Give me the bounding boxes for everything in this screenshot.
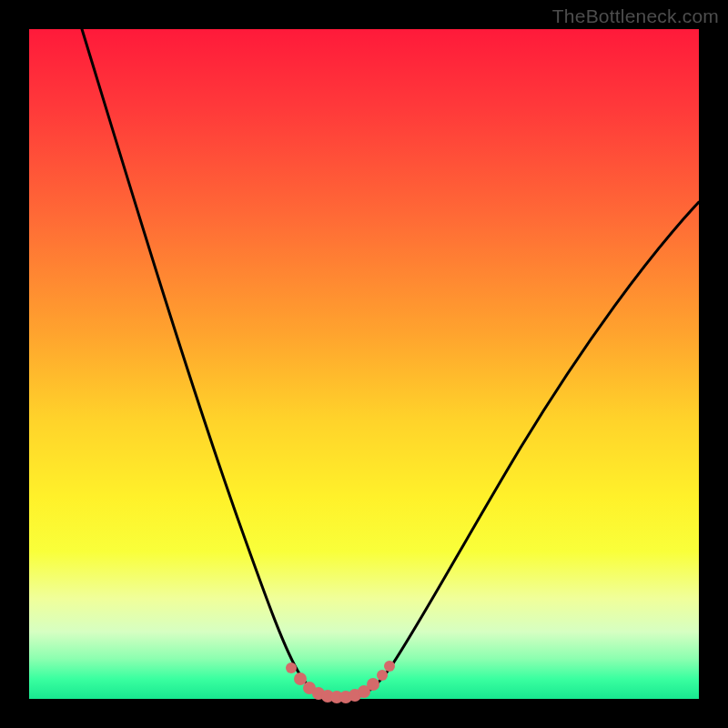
bottleneck-curve	[82, 29, 699, 699]
svg-point-9	[367, 678, 379, 691]
chart-frame: TheBottleneck.com	[0, 0, 728, 728]
svg-point-10	[377, 670, 388, 681]
svg-point-0	[286, 662, 297, 673]
plot-area	[29, 29, 699, 699]
svg-point-1	[294, 672, 307, 685]
optimal-zone-markers	[286, 661, 395, 703]
curve-layer	[29, 29, 699, 699]
svg-point-11	[384, 661, 395, 672]
watermark-label: TheBottleneck.com	[552, 5, 719, 27]
